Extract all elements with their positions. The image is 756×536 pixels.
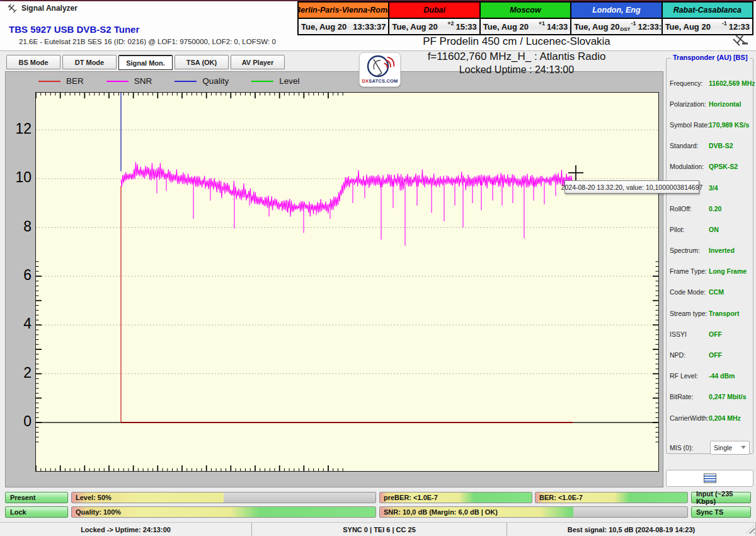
world-clock-table: Berlin-Paris-Vienna-RomaTue, Aug 2013:33… (297, 1, 753, 35)
snr-series-line (121, 162, 572, 246)
app-icon (8, 4, 17, 13)
status-badge-input-235-kbps: Input (~235 Kbps) (691, 492, 751, 503)
statusbar-section-1: SYNC 0 | TEI 6 | CC 25 (252, 523, 507, 536)
progress-unfilled (573, 507, 687, 517)
clock-time-value: 13:33:37 (353, 22, 386, 32)
transponder-row: CarrierWidth:0,204 MHz (667, 407, 753, 428)
transponder-row: Stream type:Transport (667, 303, 753, 323)
clock-time: Tue, Aug 20-112:33 (663, 19, 752, 34)
y-axis-label-2: 2 (9, 366, 32, 380)
window-title: Signal Analyzer (21, 4, 77, 13)
clock-city: London, Eng (571, 3, 661, 19)
plot-area[interactable] (35, 92, 659, 472)
transponder-row: ISSYIOFF (667, 323, 753, 344)
transponder-rows: Frequency:11602,569 MHzPolarization:Hori… (667, 73, 753, 458)
site-description: PF Prodelin 450 cm / Lucenec-Slovakia (391, 35, 643, 48)
progress-bar-ber-1-0e-7: BER: <1.0E-7 (535, 492, 688, 503)
transponder-value: Horizontal (709, 100, 741, 108)
clock-time: Tue, Aug 2013:33:37 (299, 19, 388, 34)
transponder-row: Frame Type:Long Frame (667, 261, 753, 282)
transponder-value: 11602,569 MHz (709, 79, 755, 87)
clock-day: Tue, Aug 20 (392, 22, 437, 32)
transponder-row: Polarization:Horizontal (667, 93, 753, 114)
y-axis-label-6: 6 (9, 268, 32, 283)
monitor-bars: PresentLevel: 50%preBER: <1.0E-7BER: <1.… (0, 492, 756, 521)
clock-dst-label: DST (620, 26, 630, 32)
transponder-row: Symbol Rate:170,989 KS/s (667, 114, 753, 135)
y-axis-label-4: 4 (9, 317, 32, 331)
tab-signal-mon-[interactable]: Signal Mon. (118, 55, 173, 70)
statusbar-section-2: Best signal: 10,5 dB (2024-08-19 14:23) (507, 523, 756, 536)
legend-swatch (251, 81, 273, 82)
transponder-label: NPD: (670, 351, 709, 359)
progress-bar-snr-10-0-db-margin-6-0-db-ok: SNR: 10,0 dB (Margin: 6,0 dB | OK) (379, 506, 688, 518)
clock-utc-offset: -1 (631, 20, 636, 26)
transponder-value: OFF (709, 351, 722, 359)
clock-1: DubaiTue, Aug 20+215:33 (389, 3, 480, 34)
legend-label: BER (66, 76, 84, 86)
mis-select[interactable]: Single (710, 441, 750, 455)
chart-tooltip: 2024-08-20 13.32.20, value: 10,100000381… (564, 180, 699, 194)
clock-city: Dubai (389, 3, 479, 19)
transponder-row: Frequency:11602,569 MHz (667, 73, 753, 93)
y-axis-label-8: 8 (9, 219, 32, 234)
legend-item-level: Level (251, 76, 299, 86)
transponder-row: Modulation:QPSK-S2 (667, 156, 753, 177)
clock-time: Tue, Aug 20DST-112:33:37 (571, 19, 661, 34)
transponder-value: -44 dBm (709, 372, 735, 380)
progress-label: Quality: 100% (76, 507, 121, 517)
transponder-label: Code Mode: (670, 288, 709, 296)
clock-0: Berlin-Paris-Vienna-RomaTue, Aug 2013:33… (299, 3, 389, 34)
tab-tsa-ok-[interactable]: TSA (OK) (175, 55, 229, 69)
transponder-row: Pilot:ON (667, 219, 753, 240)
clock-day: Tue, Aug 20 (574, 22, 619, 32)
transponder-label: Standard: (670, 142, 709, 149)
titlebar: Signal Analyzer (8, 3, 77, 14)
status-badge-lock: Lock (5, 506, 68, 518)
transponder-label: Spectrum: (670, 247, 709, 254)
clock-day: Tue, Aug 20 (301, 22, 346, 32)
legend-item-snr: SNR (106, 76, 152, 86)
antenna-icon (731, 33, 750, 47)
clock-utc-offset: +2 (447, 20, 454, 26)
y-axis-label-0: 0 (9, 414, 32, 429)
transponder-value: 0.20 (709, 205, 721, 213)
transponder-label: Pilot: (670, 226, 709, 233)
transponder-label: RollOff: (670, 205, 709, 213)
clock-time-value: 12:33 (729, 22, 750, 32)
progress-bar-quality-100: Quality: 100% (71, 506, 376, 518)
logo-text: DXSATCS.COM (362, 78, 398, 84)
transponder-label: ISSYI (670, 330, 709, 338)
clock-day: Tue, Aug 20 (483, 22, 529, 32)
transponder-label: CarrierWidth: (670, 414, 709, 422)
striped-list-icon (704, 474, 716, 483)
transponder-label: Frequency: (670, 79, 709, 87)
progress-label: Level: 50% (76, 492, 112, 503)
tab-dt-mode[interactable]: DT Mode (62, 55, 117, 69)
tab-bs-mode[interactable]: BS Mode (6, 55, 60, 69)
transponder-value: 0,204 MHz (709, 414, 741, 422)
transponder-value: Long Frame (709, 267, 747, 275)
signal-analyzer-window: { "window": { "title": "Signal Analyzer"… (0, 0, 756, 536)
status-badge-present: Present (5, 492, 68, 503)
clock-city: Moscow (481, 3, 570, 19)
legend-item-ber: BER (38, 76, 84, 86)
dxsatcs-logo: DXSATCS.COM (359, 52, 401, 87)
tab-av-player[interactable]: AV Player (231, 55, 285, 69)
chart-legend: BERSNRQualityLevel (38, 76, 316, 86)
transponder-capture-button[interactable] (666, 470, 753, 487)
chevron-down-icon (741, 446, 746, 449)
progress-label: BER: <1.0E-7 (539, 492, 583, 503)
progress-bar-level-50: Level: 50% (71, 492, 376, 503)
y-axis-label-12: 12 (9, 122, 32, 136)
transponder-row: RollOff:0.20 (667, 198, 753, 219)
transponder-value: QPSK-S2 (709, 163, 738, 170)
status-badge-sync-ts: Sync TS (691, 506, 751, 518)
transponder-value: Inverted (709, 247, 735, 254)
frequency-line: f=11602,760 MHz_H_ : Atlantis Radio (391, 50, 643, 63)
device-info: 21.6E - Eutelsat 21B SES 16 (ID: 0216) @… (19, 38, 276, 45)
transponder-panel-title: Transponder (AU) [BS] (671, 54, 750, 61)
clock-time: Tue, Aug 20+215:33 (389, 19, 479, 34)
clock-day: Tue, Aug 20 (665, 22, 711, 32)
transponder-row: BitRate:0,247 Mbit/s (667, 387, 753, 407)
